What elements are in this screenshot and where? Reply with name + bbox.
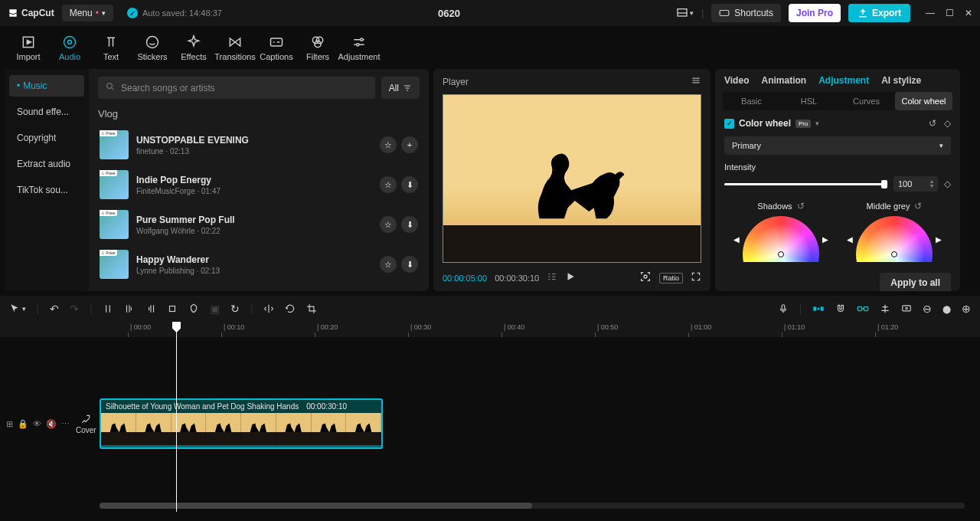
mic-icon[interactable] (778, 303, 789, 314)
middlegrey-color-wheel[interactable] (856, 216, 933, 262)
maximize-icon[interactable]: ☐ (946, 8, 954, 18)
tab-audio[interactable]: Audio (49, 26, 90, 69)
middlegrey-reset-icon[interactable]: ↺ (914, 201, 922, 211)
intensity-keyframe-icon[interactable]: ◇ (944, 179, 951, 189)
reset-icon[interactable]: ↺ (929, 118, 936, 129)
shadows-right-arrow[interactable]: ▶ (822, 235, 828, 244)
search-input[interactable]: Search songs or artists (98, 77, 375, 99)
keyframe-icon[interactable]: ◇ (944, 118, 951, 129)
download-icon[interactable]: ⬇ (401, 176, 418, 193)
shortcuts-button[interactable]: Shortcuts (711, 4, 781, 22)
intensity-slider[interactable] (724, 183, 887, 185)
leftnav-extract-audio[interactable]: Extract audio (9, 153, 84, 175)
play-button[interactable] (565, 271, 576, 284)
track-expand-icon[interactable]: ⊞ (6, 419, 13, 429)
primary-select[interactable]: Primary ▾ (724, 136, 951, 155)
timeline-scrollbar[interactable] (100, 503, 965, 509)
leftnav-sound-effects[interactable]: Sound effe... (9, 101, 84, 123)
rtab-animation[interactable]: Animation (761, 75, 806, 86)
video-preview[interactable] (443, 94, 701, 263)
favorite-icon[interactable]: ☆ (380, 256, 397, 273)
video-clip[interactable]: Silhouette of Young Woman and Pet Dog Sh… (100, 398, 383, 449)
tab-text[interactable]: Text (90, 26, 132, 69)
song-row[interactable]: UNSTOPPABLE EVENING finetune · 02:13 ☆ + (98, 127, 420, 162)
refresh-icon[interactable]: ↻ (230, 303, 240, 315)
rsubtab-color-wheel[interactable]: Color wheel (895, 92, 952, 110)
tab-transitions[interactable]: Transitions (214, 26, 256, 69)
track-more-icon[interactable]: ⋯ (61, 419, 70, 429)
download-icon[interactable]: ⬇ (401, 256, 418, 273)
middlegrey-right-arrow[interactable]: ▶ (936, 235, 942, 244)
layout-icon[interactable]: ▾ (676, 7, 694, 19)
leftnav-copyright[interactable]: Copyright (9, 127, 84, 149)
favorite-icon[interactable]: ☆ (380, 216, 397, 233)
trim-left-icon[interactable] (124, 303, 135, 314)
split-icon[interactable] (103, 303, 113, 314)
shadows-reset-icon[interactable]: ↺ (797, 201, 805, 211)
close-icon[interactable]: ✕ (965, 8, 972, 18)
link-icon[interactable] (857, 304, 869, 313)
tab-captions[interactable]: Captions (256, 26, 297, 69)
shadows-color-wheel[interactable] (743, 216, 819, 262)
cover-button[interactable]: Cover (76, 414, 96, 434)
preview-icon[interactable] (901, 303, 912, 314)
marker-icon[interactable] (188, 303, 199, 314)
tab-filters[interactable]: Filters (297, 26, 338, 69)
rsubtab-curves[interactable]: Curves (838, 92, 895, 110)
ratio-button[interactable]: Ratio (659, 273, 683, 283)
track-mute-icon[interactable]: 🔇 (46, 419, 57, 429)
player-menu-icon[interactable] (691, 75, 701, 88)
rsubtab-hsl[interactable]: HSL (780, 92, 838, 110)
undo-icon[interactable]: ↶ (50, 303, 59, 315)
mirror-icon[interactable] (263, 303, 274, 314)
zoom-slider-thumb[interactable]: ⬤ (942, 305, 951, 313)
track-visible-icon[interactable]: 👁 (33, 419, 41, 429)
rtab-adjustment[interactable]: Adjustment (818, 75, 869, 86)
rtab-video[interactable]: Video (724, 75, 749, 86)
fullscreen-icon[interactable] (691, 271, 701, 284)
zoom-in-icon[interactable]: ⊕ (962, 303, 971, 315)
playhead[interactable] (176, 322, 177, 512)
rtab-ai-stylize[interactable]: AI stylize (881, 75, 921, 86)
align-icon[interactable] (880, 303, 890, 314)
intensity-value-input[interactable]: 100 ▴▾ (893, 176, 938, 192)
svg-rect-22 (858, 306, 861, 310)
redo-icon[interactable]: ↷ (70, 303, 79, 315)
leftnav-music[interactable]: •Music (9, 75, 84, 97)
favorite-icon[interactable]: ☆ (380, 176, 397, 193)
apply-to-all-button[interactable]: Apply to all (880, 273, 951, 291)
delete-icon[interactable] (167, 303, 178, 314)
list-view-icon[interactable] (547, 271, 557, 284)
trim-right-icon[interactable] (145, 303, 156, 314)
song-row[interactable]: Pure Summer Pop Full Wolfgang Wöhrle · 0… (98, 207, 420, 242)
menu-button[interactable]: Menu • ▾ (62, 5, 113, 21)
selection-tool-icon[interactable]: ▾ (9, 303, 26, 314)
tab-adjustment[interactable]: Adjustment (338, 26, 380, 69)
scan-icon[interactable] (639, 270, 652, 285)
color-wheel-checkbox[interactable]: ✓ (724, 119, 734, 129)
download-icon[interactable]: ⬇ (401, 216, 418, 233)
group-icon[interactable]: ▣ (210, 303, 220, 315)
favorite-icon[interactable]: ☆ (380, 136, 397, 153)
tab-effects[interactable]: Effects (173, 26, 214, 69)
song-row[interactable]: Happy Wanderer Lynne Publishing · 02:13 … (98, 247, 420, 282)
magnet-icon[interactable] (835, 303, 846, 314)
song-row[interactable]: Indie Pop Energy FiniteMusicForge · 01:4… (98, 167, 420, 202)
filter-all-button[interactable]: All (381, 77, 420, 99)
join-pro-button[interactable]: Join Pro (789, 4, 841, 22)
middlegrey-left-arrow[interactable]: ◀ (847, 235, 853, 244)
ruler-tick: | 01:00 (691, 323, 711, 331)
tab-stickers[interactable]: Stickers (132, 26, 173, 69)
add-icon[interactable]: + (401, 136, 418, 153)
leftnav-tiktok-sound[interactable]: TikTok sou... (9, 179, 84, 201)
minimize-icon[interactable]: — (926, 8, 935, 18)
zoom-out-icon[interactable]: ⊖ (923, 303, 932, 315)
tab-import[interactable]: Import (8, 26, 49, 69)
rsubtab-basic[interactable]: Basic (723, 92, 780, 110)
export-button[interactable]: Export (848, 4, 910, 22)
crop-icon[interactable] (306, 303, 317, 314)
shadows-left-arrow[interactable]: ◀ (733, 235, 740, 244)
track-lock-icon[interactable]: 🔒 (18, 419, 28, 429)
rotate-icon[interactable] (285, 303, 296, 314)
magnet-main-icon[interactable] (812, 304, 825, 313)
